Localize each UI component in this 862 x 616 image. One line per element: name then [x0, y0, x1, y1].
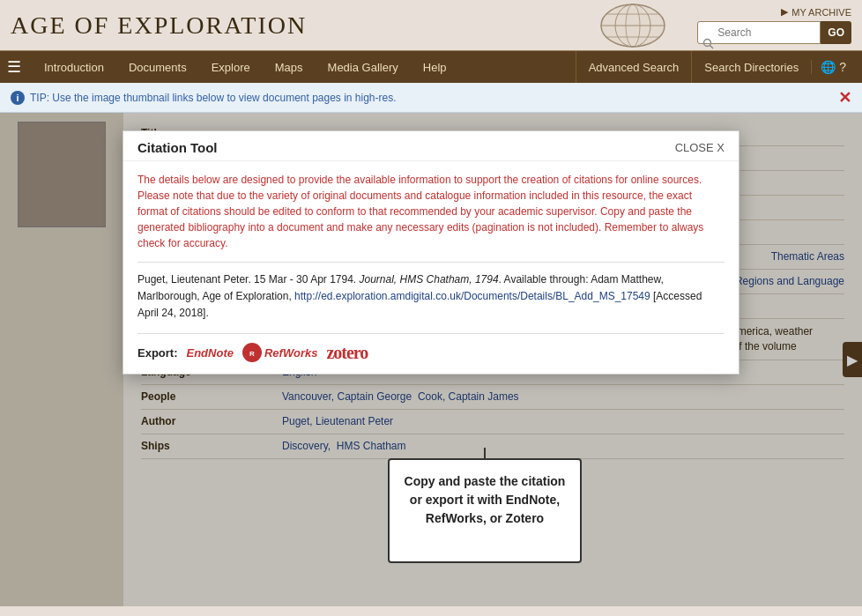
- export-label: Export:: [137, 346, 178, 360]
- export-refworks-button[interactable]: R RefWorks: [242, 343, 317, 362]
- archive-icon: ▶: [781, 6, 788, 18]
- nav-maps[interactable]: Maps: [263, 51, 316, 83]
- search-button[interactable]: GO: [821, 21, 851, 44]
- refworks-logo: R: [242, 343, 262, 362]
- citation-url[interactable]: http://ed.exploration.amdigital.co.uk/Do…: [294, 290, 650, 302]
- globe-icon[interactable]: 🌐: [821, 60, 836, 74]
- modal-body: The details below are designed to provid…: [123, 161, 739, 374]
- nav-search-directories[interactable]: Search Directories: [691, 51, 811, 83]
- hamburger-icon[interactable]: ☰: [7, 57, 21, 77]
- tooltip-box: Copy and paste the citation or export it…: [388, 458, 582, 563]
- modal-description: The details below are designed to provid…: [137, 172, 725, 251]
- tip-bar: i TIP: Use the image thumbnail links bel…: [0, 83, 862, 113]
- my-archive-link[interactable]: ▶ MY ARCHIVE: [781, 6, 851, 18]
- tooltip-text: Copy and paste the citation or export it…: [405, 474, 566, 525]
- nav-bar: ☰ Introduction Documents Explore Maps Me…: [0, 51, 862, 83]
- modal-title: Citation Tool: [137, 140, 218, 155]
- citation-text[interactable]: Puget, Lieutenant Peter. 15 Mar - 30 Apr…: [137, 262, 725, 323]
- nav-help[interactable]: Help: [411, 51, 459, 83]
- refworks-label: RefWorks: [264, 346, 317, 360]
- modal-header: Citation Tool CLOSE X: [123, 131, 739, 161]
- search-row: GO: [697, 21, 851, 44]
- nav-icons: 🌐 ?: [811, 60, 855, 74]
- site-header: Age of Exploration ▶ MY ARCHIVE: [0, 0, 862, 51]
- nav-media-gallery[interactable]: Media Gallery: [316, 51, 411, 83]
- site-title: Age of Exploration: [11, 11, 307, 40]
- main-content: ◀ ◀ ▶ ⬇ ▶ Title Reference Date Collectio…: [0, 113, 862, 606]
- svg-text:R: R: [249, 350, 255, 358]
- modal-overlay: Citation Tool CLOSE X The details below …: [0, 113, 862, 606]
- nav-links: Introduction Documents Explore Maps Medi…: [32, 51, 576, 83]
- tip-close-button[interactable]: ✕: [838, 88, 851, 108]
- export-row: Export: EndNote R RefWorks zotero: [137, 333, 725, 363]
- tip-text: i TIP: Use the image thumbnail links bel…: [11, 91, 397, 105]
- tooltip-arrow: [484, 448, 486, 460]
- nav-advanced-search[interactable]: Advanced Search: [576, 51, 692, 83]
- search-input[interactable]: [697, 21, 821, 44]
- nav-right: Advanced Search Search Directories 🌐 ?: [576, 51, 855, 83]
- nav-documents[interactable]: Documents: [116, 51, 199, 83]
- nav-introduction[interactable]: Introduction: [32, 51, 116, 83]
- nav-explore[interactable]: Explore: [199, 51, 263, 83]
- svg-point-6: [601, 4, 665, 47]
- header-right: ▶ MY ARCHIVE GO: [697, 6, 851, 44]
- logo-decoration: [580, 0, 686, 51]
- tip-icon: i: [11, 91, 25, 105]
- settings-icon[interactable]: ?: [839, 60, 846, 74]
- export-endnote-link[interactable]: EndNote: [187, 346, 234, 360]
- modal-close-button[interactable]: CLOSE X: [675, 141, 725, 154]
- svg-line-8: [710, 46, 714, 49]
- export-zotero-link[interactable]: zotero: [326, 343, 368, 363]
- citation-modal: Citation Tool CLOSE X The details below …: [123, 130, 739, 375]
